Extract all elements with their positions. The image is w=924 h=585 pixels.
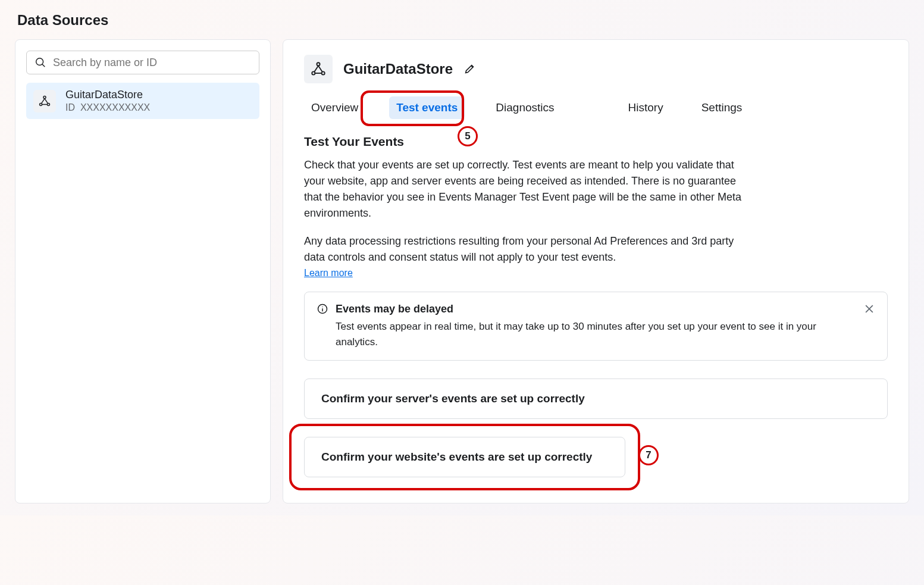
svg-point-9 xyxy=(312,71,315,74)
section-heading: Test Your Events xyxy=(304,134,888,149)
svg-point-4 xyxy=(47,103,49,105)
learn-more-link[interactable]: Learn more xyxy=(304,268,353,278)
svg-line-1 xyxy=(42,64,45,67)
svg-line-6 xyxy=(45,98,48,103)
svg-line-12 xyxy=(318,65,322,71)
search-icon xyxy=(34,56,47,69)
page-title: Data Sources xyxy=(17,12,909,29)
svg-point-17 xyxy=(322,306,322,307)
svg-point-3 xyxy=(40,103,42,105)
tab-test-events[interactable]: Test events xyxy=(389,96,465,119)
hub-icon xyxy=(38,95,51,108)
annotation-step-7: 7 xyxy=(638,445,659,465)
alert-title: Events may be delayed xyxy=(336,303,856,315)
search-input[interactable] xyxy=(53,57,252,69)
title-icon-box xyxy=(304,55,333,83)
svg-point-2 xyxy=(43,96,46,98)
tabs: 5 Overview Test events Diagnostics Histo… xyxy=(304,96,888,119)
tab-overview[interactable]: Overview xyxy=(304,96,365,119)
data-source-title: GuitarDataStore xyxy=(343,61,453,77)
tab-history[interactable]: History xyxy=(621,96,671,119)
svg-line-11 xyxy=(314,65,318,71)
tab-settings[interactable]: Settings xyxy=(694,96,750,119)
svg-point-10 xyxy=(322,71,325,74)
search-input-wrapper[interactable] xyxy=(26,51,259,74)
data-source-name: GuitarDataStore xyxy=(65,89,150,101)
close-icon[interactable] xyxy=(863,303,875,315)
svg-point-8 xyxy=(317,62,320,65)
alert-text: Test events appear in real time, but it … xyxy=(336,319,856,349)
confirm-website-events-card[interactable]: Confirm your website's events are set up… xyxy=(304,437,625,477)
data-source-id: ID XXXXXXXXXXX xyxy=(65,102,150,113)
delay-alert: Events may be delayed Test events appear… xyxy=(304,292,888,361)
confirm-server-events-card[interactable]: Confirm your server's events are set up … xyxy=(304,378,888,419)
hub-icon xyxy=(310,61,327,77)
data-source-icon-box xyxy=(33,90,56,112)
edit-icon[interactable] xyxy=(463,62,477,76)
main-panel: GuitarDataStore 5 Overview Test events D… xyxy=(283,39,909,503)
tab-diagnostics[interactable]: Diagnostics xyxy=(488,96,561,119)
info-icon xyxy=(317,303,328,315)
intro-paragraph-1: Check that your events are set up correc… xyxy=(304,157,756,221)
svg-line-5 xyxy=(42,98,45,103)
intro-paragraph-2: Any data processing restrictions resulti… xyxy=(304,233,756,265)
data-sources-sidebar: GuitarDataStore ID XXXXXXXXXXX xyxy=(15,39,271,503)
data-source-item[interactable]: GuitarDataStore ID XXXXXXXXXXX xyxy=(26,83,259,119)
